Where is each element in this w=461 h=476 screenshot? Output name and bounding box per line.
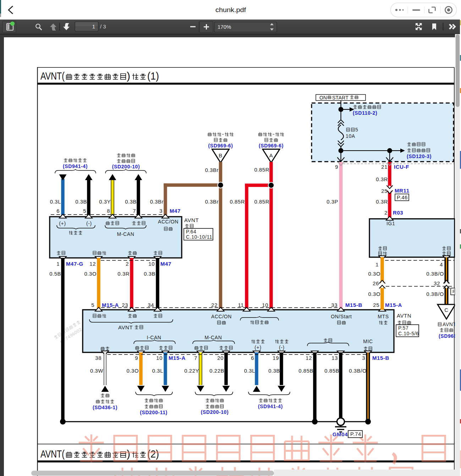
svg-text:0.3L: 0.3L (152, 368, 163, 374)
svg-text:0.3O: 0.3O (127, 368, 139, 374)
svg-text:C.10-10/11: C.10-10/11 (186, 234, 212, 240)
svg-text:M-CAN: M-CAN (117, 231, 135, 237)
svg-text:21: 21 (381, 164, 388, 170)
svg-text:0.3Y: 0.3Y (99, 199, 111, 205)
svg-text:32: 32 (434, 281, 440, 286)
svg-text:5: 5 (91, 302, 94, 308)
svg-text:(SD969-6): (SD969-6) (259, 143, 284, 148)
svg-text:6: 6 (56, 208, 60, 214)
svg-text:10: 10 (148, 261, 155, 267)
svg-text:(SD200-10): (SD200-10) (112, 164, 140, 169)
svg-text:AVNT: AVNT (443, 321, 455, 327)
svg-text:11: 11 (238, 302, 244, 308)
svg-text:25: 25 (381, 188, 388, 194)
svg-text:0.3L: 0.3L (50, 199, 61, 205)
svg-text:M-CAN: M-CAN (205, 335, 222, 340)
svg-text:33: 33 (331, 302, 337, 308)
svg-text:0.3Br: 0.3Br (205, 167, 219, 173)
svg-text:9: 9 (135, 355, 138, 361)
svg-text:0.3O: 0.3O (368, 291, 380, 297)
svg-text:0.3Br: 0.3Br (205, 199, 219, 205)
svg-text:ON/Start: ON/Start (331, 314, 352, 319)
svg-text:(SD969-6): (SD969-6) (208, 143, 233, 148)
svg-text:0.5B: 0.5B (49, 271, 61, 277)
svg-text:M47-G: M47-G (66, 261, 83, 267)
svg-text:170%: 170% (218, 24, 231, 30)
svg-text:R03: R03 (393, 210, 403, 216)
svg-text:AVNT(: AVNT( (40, 448, 65, 460)
svg-text:0.3O: 0.3O (368, 271, 380, 277)
svg-text:(+): (+) (59, 221, 66, 226)
svg-text:(-): (-) (279, 345, 285, 350)
svg-text:19: 19 (273, 355, 279, 361)
svg-text:0.3B: 0.3B (144, 271, 155, 277)
svg-text:0.3Br: 0.3Br (150, 199, 164, 205)
svg-text:(SD200-10): (SD200-10) (201, 409, 229, 415)
svg-text:ACC/ON: ACC/ON (211, 314, 232, 319)
svg-text:0.85R: 0.85R (254, 199, 270, 205)
svg-text:1: 1 (92, 23, 95, 29)
svg-text:P.57: P.57 (398, 325, 408, 331)
svg-text:P.46: P.46 (397, 195, 408, 200)
svg-text:0.3B/O: 0.3B/O (426, 271, 444, 277)
svg-text:M15-A: M15-A (385, 302, 402, 308)
svg-text:(SD969-: (SD969- (439, 333, 455, 339)
svg-text:1: 1 (375, 262, 379, 267)
svg-text:0.85B: 0.85B (324, 368, 339, 374)
svg-text:2: 2 (126, 261, 129, 267)
svg-text:12: 12 (306, 355, 312, 361)
svg-text:8: 8 (107, 208, 110, 214)
svg-text:ON: ON (319, 95, 327, 101)
svg-text:(1): (1) (147, 70, 159, 82)
svg-text:0.3O: 0.3O (84, 271, 97, 277)
svg-text:0.3B: 0.3B (75, 199, 87, 205)
svg-text:M47: M47 (160, 261, 171, 267)
svg-text:IG1: IG1 (386, 221, 395, 226)
svg-text:0.22Y: 0.22Y (184, 368, 199, 374)
svg-text:0.85B: 0.85B (298, 368, 313, 374)
svg-text:ICU-F: ICU-F (394, 164, 409, 170)
svg-text:13: 13 (331, 355, 338, 361)
svg-text:23: 23 (122, 302, 128, 308)
svg-text:0.3B/O: 0.3B/O (426, 291, 444, 297)
svg-text:10: 10 (156, 355, 163, 361)
svg-text:0.22B: 0.22B (209, 368, 224, 374)
svg-text:AVTN: AVTN (397, 313, 411, 319)
svg-text:10: 10 (262, 302, 268, 308)
svg-text:M15-B: M15-B (345, 302, 362, 308)
svg-text:0.3P: 0.3P (326, 199, 338, 205)
svg-text:7: 7 (133, 208, 136, 214)
svg-text:34: 34 (148, 302, 154, 308)
svg-text:0.3B: 0.3B (125, 199, 137, 205)
svg-text:2: 2 (384, 210, 388, 216)
svg-text:A: A (269, 152, 273, 158)
svg-text:chunk.pdf: chunk.pdf (215, 6, 246, 13)
svg-text:AVNT: AVNT (118, 324, 133, 330)
svg-text:22: 22 (211, 302, 218, 308)
svg-text:(-): (-) (86, 221, 92, 226)
svg-text:MR11: MR11 (395, 188, 410, 194)
svg-text:1: 1 (56, 261, 60, 267)
svg-text:0.3B/O: 0.3B/O (349, 368, 367, 374)
svg-text:0.3L: 0.3L (244, 368, 255, 374)
svg-text:): ) (127, 448, 130, 460)
svg-text:(SD941-4): (SD941-4) (63, 163, 88, 169)
svg-text:(+): (+) (254, 345, 261, 350)
svg-text:MIC: MIC (363, 339, 373, 344)
svg-text:P: P (452, 289, 455, 294)
svg-text:0.85R: 0.85R (254, 167, 270, 173)
svg-text:10A: 10A (346, 133, 355, 139)
svg-text:M15-A: M15-A (169, 355, 186, 361)
svg-text:M15-A: M15-A (102, 302, 119, 308)
svg-text:(SD941-4): (SD941-4) (258, 404, 283, 409)
svg-text:3: 3 (362, 355, 365, 361)
svg-text:(SD110-2): (SD110-2) (353, 110, 377, 116)
svg-text:0.3R: 0.3R (376, 177, 388, 182)
svg-text:(SD436-1): (SD436-1) (93, 405, 117, 410)
svg-text:C.10-5/6: C.10-5/6 (398, 331, 419, 336)
svg-text:26: 26 (373, 281, 379, 286)
svg-text:0.85R: 0.85R (230, 199, 245, 205)
svg-text:C: C (444, 307, 448, 313)
svg-text:I-CAN: I-CAN (147, 335, 161, 340)
svg-text:P.64: P.64 (186, 229, 196, 234)
